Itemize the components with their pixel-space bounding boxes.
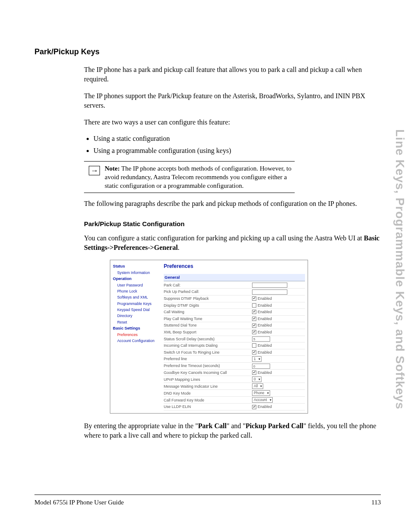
select-dropdown[interactable]: Phone [252, 390, 270, 396]
para-static-config: You can configure a static configuration… [84, 233, 381, 253]
webui-row-control [252, 283, 305, 288]
text-input[interactable]: 0 [252, 364, 270, 369]
select-dropdown[interactable]: 0 [252, 376, 262, 382]
text-input[interactable] [252, 283, 287, 288]
webui-row: Use LLDP ELINEnabled [164, 404, 305, 411]
webui-row: Status Scroll Delay (seconds)5 [164, 336, 305, 343]
text-fragment: " and " [227, 422, 246, 429]
nav-programmable-keys[interactable]: Programmable Keys [117, 301, 159, 306]
checkbox[interactable] [252, 343, 256, 348]
checkbox[interactable] [252, 296, 256, 301]
webui-row: XML Beep SupportEnabled [164, 329, 305, 336]
webui-row-label: Goodbye Key Cancels Incoming Call [164, 370, 252, 376]
webui-row-label: UPnP Mapping Lines [164, 377, 252, 383]
webui-row-control [252, 289, 305, 295]
webui-row: Stuttered Dial ToneEnabled [164, 322, 305, 329]
webui-row-label: Play Call Waiting Tone [164, 316, 252, 322]
webui-row-label: Status Scroll Delay (seconds) [164, 336, 252, 342]
note-text: Note: The IP phone accepts both methods … [105, 163, 295, 191]
checkbox-label: Enabled [258, 330, 272, 335]
checkbox-label: Enabled [258, 350, 272, 355]
webui-row: Goodbye Key Cancels Incoming CallEnabled [164, 370, 305, 376]
checkbox[interactable] [252, 350, 256, 355]
webui-row-control: Enabled [252, 370, 305, 376]
text-input[interactable] [252, 289, 287, 295]
webui-row-label: Call Forward Key Mode [164, 398, 252, 403]
nav-softkeys-xml[interactable]: Softkeys and XML [117, 295, 159, 300]
webui-row-control: 1 [252, 356, 305, 362]
footer-rule [34, 495, 381, 495]
webui-row-control: Enabled [252, 296, 305, 302]
nav-phone-lock[interactable]: Phone Lock [117, 289, 159, 294]
webui-row-control: Account [252, 397, 305, 403]
checkbox-label: Enabled [258, 370, 272, 376]
webui-row: Incoming Call Interrupts DialingEnabled [164, 342, 305, 349]
webui-title: Preferences [164, 263, 305, 270]
note-label: Note: [105, 165, 120, 172]
bold-pickup-parked-call: Pickup Parked Call [246, 422, 303, 429]
bullet-item: Using a static configuration [93, 134, 381, 143]
note-body: The IP phone accepts both methods of con… [105, 165, 291, 190]
nav-account-configuration[interactable]: Account Configuration [117, 338, 159, 343]
webui-row-label: Pick Up Parked Call: [164, 289, 252, 295]
webui-row-label: DND Key Mode [164, 391, 252, 396]
select-dropdown[interactable]: 1 [252, 356, 262, 362]
para-closing: By entering the appropriate value in the… [84, 421, 381, 441]
checkbox[interactable] [252, 330, 256, 334]
webui-row-label: Suppress DTMF Playback [164, 296, 252, 302]
nav-operation[interactable]: Operation [113, 276, 159, 282]
footer-page-number: 113 [371, 499, 381, 506]
nav-keypad-speed-dial[interactable]: Keypad Speed Dial [117, 307, 159, 312]
checkbox[interactable] [252, 303, 256, 308]
nav-system-information[interactable]: System Information [117, 270, 159, 275]
webui-row-label: Message Waiting Indicator Line [164, 384, 252, 389]
nav-preferences[interactable]: Preferences [117, 332, 159, 337]
text-fragment: . [178, 244, 180, 251]
webui-row: UPnP Mapping Lines0 [164, 376, 305, 383]
section-title: Park/Pickup Keys [34, 47, 381, 56]
nav-user-password[interactable]: User Password [117, 283, 159, 288]
checkbox-label: Enabled [258, 316, 272, 322]
webui-row-label: Park Call: [164, 283, 252, 288]
text-input[interactable]: 5 [252, 336, 270, 342]
footer-left: Model 6755i IP Phone User Guide [34, 499, 124, 506]
webui-row: Pick Up Parked Call: [164, 289, 305, 296]
webui-row: Play Call Waiting ToneEnabled [164, 316, 305, 323]
webui-row: Display DTMF DigitsEnabled [164, 302, 305, 309]
webui-row: Suppress DTMF PlaybackEnabled [164, 296, 305, 302]
webui-row: Call Forward Key ModeAccount [164, 397, 305, 404]
webui-row-control: All [252, 383, 305, 389]
text-fragment: By entering the appropriate value in the… [84, 422, 198, 429]
nav-basic-settings[interactable]: Basic Settings [113, 326, 159, 331]
para-intro-2: The IP phones support the Park/Pickup fe… [84, 91, 381, 111]
checkbox[interactable] [252, 310, 256, 314]
checkbox[interactable] [252, 317, 256, 321]
nav-status[interactable]: Status [113, 264, 159, 269]
checkbox[interactable] [252, 405, 256, 409]
para-follow: The following paragraphs describe the pa… [84, 199, 381, 208]
webui-row: Call WaitingEnabled [164, 309, 305, 316]
checkbox-label: Enabled [258, 323, 272, 328]
bullet-list: Using a static configuration Using a pro… [93, 134, 381, 156]
webui-row-control: Enabled [252, 316, 305, 322]
checkbox[interactable] [252, 370, 256, 375]
checkbox[interactable] [252, 324, 256, 328]
select-dropdown[interactable]: All [252, 383, 263, 389]
webui-row-control: Enabled [252, 330, 305, 335]
note-arrow-icon: → [84, 163, 105, 191]
checkbox-label: Enabled [258, 309, 272, 315]
checkbox-label: Enabled [258, 296, 272, 302]
webui-row-label: XML Beep Support [164, 330, 252, 335]
nav-reset[interactable]: Reset [117, 320, 159, 325]
webui-row: Switch UI Focus To Ringing LineEnabled [164, 349, 305, 356]
sub-title: Park/Pickup Static Configuration [84, 219, 381, 228]
webui-row: Preferred line Timeout (seconds)0 [164, 363, 305, 370]
para-intro-1: The IP phone has a park and pickup call … [84, 65, 381, 84]
webui-row-control: Phone [252, 390, 305, 396]
bullet-item: Using a programmable configuration (usin… [93, 146, 381, 156]
select-dropdown[interactable]: Account [252, 397, 273, 403]
checkbox-label: Enabled [258, 303, 272, 308]
webui-nav: Status System Information Operation User… [110, 260, 160, 413]
text-fragment: You can configure a static configuration… [84, 234, 364, 242]
nav-directory[interactable]: Directory [117, 313, 159, 318]
